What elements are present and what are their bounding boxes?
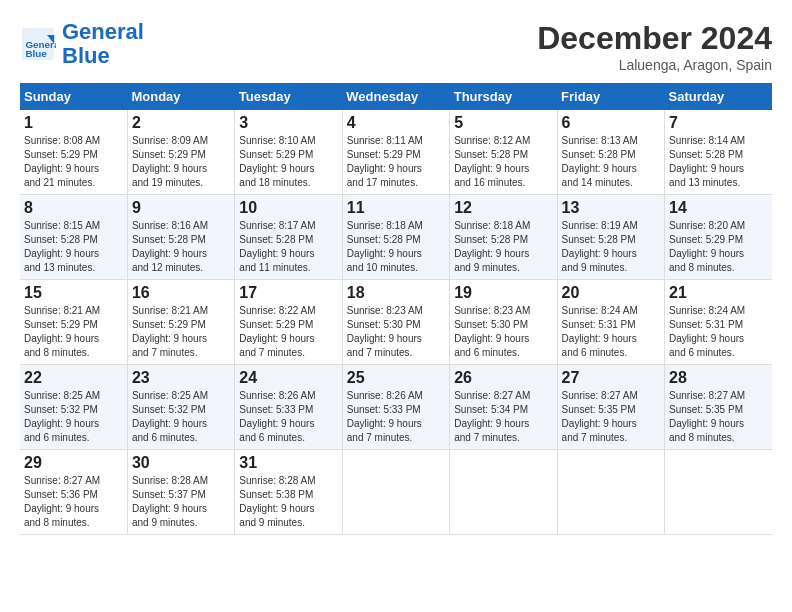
page-header: General Blue General Blue December 2024 … xyxy=(20,20,772,73)
day-info: Sunrise: 8:22 AMSunset: 5:29 PMDaylight:… xyxy=(239,304,337,360)
calendar-cell: 24Sunrise: 8:26 AMSunset: 5:33 PMDayligh… xyxy=(235,365,342,450)
calendar-cell: 30Sunrise: 8:28 AMSunset: 5:37 PMDayligh… xyxy=(127,450,234,535)
calendar-cell: 16Sunrise: 8:21 AMSunset: 5:29 PMDayligh… xyxy=(127,280,234,365)
calendar-cell xyxy=(450,450,557,535)
day-info: Sunrise: 8:19 AMSunset: 5:28 PMDaylight:… xyxy=(562,219,660,275)
day-number: 8 xyxy=(24,199,123,217)
day-info: Sunrise: 8:26 AMSunset: 5:33 PMDaylight:… xyxy=(347,389,445,445)
day-number: 2 xyxy=(132,114,230,132)
day-info: Sunrise: 8:17 AMSunset: 5:28 PMDaylight:… xyxy=(239,219,337,275)
day-info: Sunrise: 8:28 AMSunset: 5:38 PMDaylight:… xyxy=(239,474,337,530)
header-monday: Monday xyxy=(127,83,234,110)
calendar-cell: 10Sunrise: 8:17 AMSunset: 5:28 PMDayligh… xyxy=(235,195,342,280)
day-info: Sunrise: 8:24 AMSunset: 5:31 PMDaylight:… xyxy=(669,304,768,360)
calendar-cell: 15Sunrise: 8:21 AMSunset: 5:29 PMDayligh… xyxy=(20,280,127,365)
header-wednesday: Wednesday xyxy=(342,83,449,110)
calendar-week-4: 22Sunrise: 8:25 AMSunset: 5:32 PMDayligh… xyxy=(20,365,772,450)
svg-text:Blue: Blue xyxy=(25,48,47,59)
day-number: 28 xyxy=(669,369,768,387)
day-info: Sunrise: 8:09 AMSunset: 5:29 PMDaylight:… xyxy=(132,134,230,190)
logo-text: General Blue xyxy=(62,20,144,68)
day-info: Sunrise: 8:11 AMSunset: 5:29 PMDaylight:… xyxy=(347,134,445,190)
day-info: Sunrise: 8:26 AMSunset: 5:33 PMDaylight:… xyxy=(239,389,337,445)
logo-blue: Blue xyxy=(62,43,110,68)
calendar-cell: 6Sunrise: 8:13 AMSunset: 5:28 PMDaylight… xyxy=(557,110,664,195)
day-number: 20 xyxy=(562,284,660,302)
day-info: Sunrise: 8:21 AMSunset: 5:29 PMDaylight:… xyxy=(24,304,123,360)
header-row: Sunday Monday Tuesday Wednesday Thursday… xyxy=(20,83,772,110)
day-info: Sunrise: 8:12 AMSunset: 5:28 PMDaylight:… xyxy=(454,134,552,190)
calendar-cell: 17Sunrise: 8:22 AMSunset: 5:29 PMDayligh… xyxy=(235,280,342,365)
day-info: Sunrise: 8:14 AMSunset: 5:28 PMDaylight:… xyxy=(669,134,768,190)
day-info: Sunrise: 8:24 AMSunset: 5:31 PMDaylight:… xyxy=(562,304,660,360)
calendar-cell: 31Sunrise: 8:28 AMSunset: 5:38 PMDayligh… xyxy=(235,450,342,535)
calendar-cell: 12Sunrise: 8:18 AMSunset: 5:28 PMDayligh… xyxy=(450,195,557,280)
day-info: Sunrise: 8:08 AMSunset: 5:29 PMDaylight:… xyxy=(24,134,123,190)
day-info: Sunrise: 8:10 AMSunset: 5:29 PMDaylight:… xyxy=(239,134,337,190)
day-number: 17 xyxy=(239,284,337,302)
calendar-cell: 8Sunrise: 8:15 AMSunset: 5:28 PMDaylight… xyxy=(20,195,127,280)
day-number: 31 xyxy=(239,454,337,472)
day-info: Sunrise: 8:23 AMSunset: 5:30 PMDaylight:… xyxy=(454,304,552,360)
calendar-cell: 7Sunrise: 8:14 AMSunset: 5:28 PMDaylight… xyxy=(665,110,772,195)
logo-general: General xyxy=(62,19,144,44)
day-number: 19 xyxy=(454,284,552,302)
day-number: 18 xyxy=(347,284,445,302)
day-number: 24 xyxy=(239,369,337,387)
day-info: Sunrise: 8:21 AMSunset: 5:29 PMDaylight:… xyxy=(132,304,230,360)
calendar-cell xyxy=(557,450,664,535)
day-number: 16 xyxy=(132,284,230,302)
header-saturday: Saturday xyxy=(665,83,772,110)
logo-icon: General Blue xyxy=(20,26,56,62)
day-number: 3 xyxy=(239,114,337,132)
day-number: 29 xyxy=(24,454,123,472)
day-number: 6 xyxy=(562,114,660,132)
day-number: 10 xyxy=(239,199,337,217)
main-title: December 2024 xyxy=(537,20,772,57)
calendar-cell xyxy=(342,450,449,535)
day-info: Sunrise: 8:25 AMSunset: 5:32 PMDaylight:… xyxy=(132,389,230,445)
title-block: December 2024 Laluenga, Aragon, Spain xyxy=(537,20,772,73)
calendar-cell: 4Sunrise: 8:11 AMSunset: 5:29 PMDaylight… xyxy=(342,110,449,195)
calendar-body: 1Sunrise: 8:08 AMSunset: 5:29 PMDaylight… xyxy=(20,110,772,535)
day-number: 23 xyxy=(132,369,230,387)
calendar-header: Sunday Monday Tuesday Wednesday Thursday… xyxy=(20,83,772,110)
calendar-week-2: 8Sunrise: 8:15 AMSunset: 5:28 PMDaylight… xyxy=(20,195,772,280)
day-number: 9 xyxy=(132,199,230,217)
day-info: Sunrise: 8:27 AMSunset: 5:35 PMDaylight:… xyxy=(562,389,660,445)
day-info: Sunrise: 8:18 AMSunset: 5:28 PMDaylight:… xyxy=(454,219,552,275)
calendar-cell: 1Sunrise: 8:08 AMSunset: 5:29 PMDaylight… xyxy=(20,110,127,195)
calendar-cell: 26Sunrise: 8:27 AMSunset: 5:34 PMDayligh… xyxy=(450,365,557,450)
logo: General Blue General Blue xyxy=(20,20,144,68)
day-info: Sunrise: 8:13 AMSunset: 5:28 PMDaylight:… xyxy=(562,134,660,190)
calendar-cell: 14Sunrise: 8:20 AMSunset: 5:29 PMDayligh… xyxy=(665,195,772,280)
day-number: 7 xyxy=(669,114,768,132)
calendar-cell: 29Sunrise: 8:27 AMSunset: 5:36 PMDayligh… xyxy=(20,450,127,535)
header-sunday: Sunday xyxy=(20,83,127,110)
calendar-week-3: 15Sunrise: 8:21 AMSunset: 5:29 PMDayligh… xyxy=(20,280,772,365)
header-friday: Friday xyxy=(557,83,664,110)
day-number: 30 xyxy=(132,454,230,472)
calendar-cell: 25Sunrise: 8:26 AMSunset: 5:33 PMDayligh… xyxy=(342,365,449,450)
day-number: 25 xyxy=(347,369,445,387)
day-number: 1 xyxy=(24,114,123,132)
day-number: 12 xyxy=(454,199,552,217)
calendar-cell: 19Sunrise: 8:23 AMSunset: 5:30 PMDayligh… xyxy=(450,280,557,365)
day-number: 15 xyxy=(24,284,123,302)
day-info: Sunrise: 8:27 AMSunset: 5:34 PMDaylight:… xyxy=(454,389,552,445)
calendar-cell: 20Sunrise: 8:24 AMSunset: 5:31 PMDayligh… xyxy=(557,280,664,365)
calendar-cell: 21Sunrise: 8:24 AMSunset: 5:31 PMDayligh… xyxy=(665,280,772,365)
calendar-cell: 13Sunrise: 8:19 AMSunset: 5:28 PMDayligh… xyxy=(557,195,664,280)
day-number: 11 xyxy=(347,199,445,217)
day-info: Sunrise: 8:18 AMSunset: 5:28 PMDaylight:… xyxy=(347,219,445,275)
day-info: Sunrise: 8:16 AMSunset: 5:28 PMDaylight:… xyxy=(132,219,230,275)
day-info: Sunrise: 8:25 AMSunset: 5:32 PMDaylight:… xyxy=(24,389,123,445)
day-info: Sunrise: 8:20 AMSunset: 5:29 PMDaylight:… xyxy=(669,219,768,275)
calendar-cell: 27Sunrise: 8:27 AMSunset: 5:35 PMDayligh… xyxy=(557,365,664,450)
subtitle: Laluenga, Aragon, Spain xyxy=(537,57,772,73)
calendar-week-1: 1Sunrise: 8:08 AMSunset: 5:29 PMDaylight… xyxy=(20,110,772,195)
calendar-cell: 2Sunrise: 8:09 AMSunset: 5:29 PMDaylight… xyxy=(127,110,234,195)
calendar-week-5: 29Sunrise: 8:27 AMSunset: 5:36 PMDayligh… xyxy=(20,450,772,535)
day-number: 22 xyxy=(24,369,123,387)
day-number: 5 xyxy=(454,114,552,132)
